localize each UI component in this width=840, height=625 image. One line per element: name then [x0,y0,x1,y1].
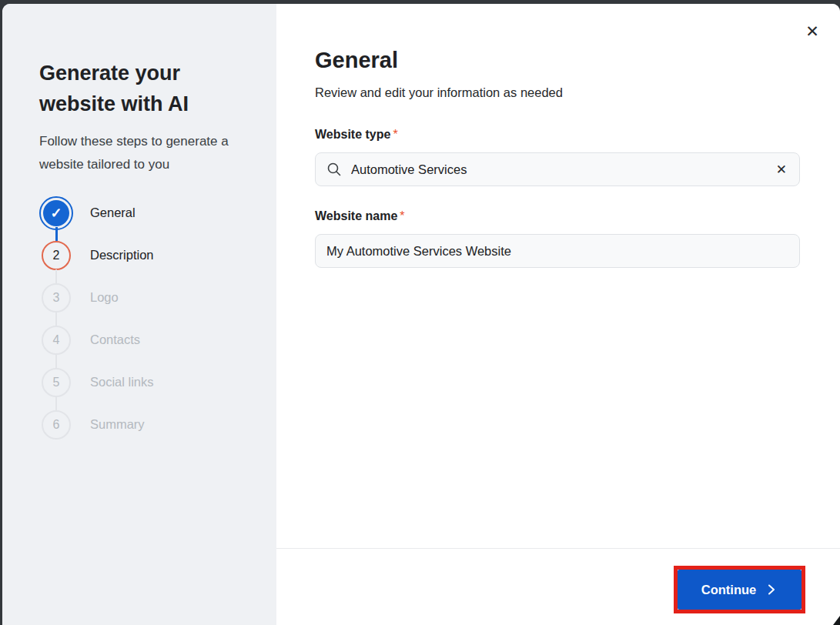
generate-website-modal: Generate your website with AI Follow the… [2,4,840,625]
step-content-panel: ✕ General Review and edit your informati… [276,4,840,625]
clear-icon[interactable]: ✕ [775,163,788,176]
website-name-input-box [315,234,800,268]
step-general[interactable]: ✓ General [39,192,243,234]
general-step-content: General Review and edit your information… [276,4,840,268]
step-contacts-label: Contacts [90,333,140,347]
step-description[interactable]: 2 Description [39,234,243,276]
website-name-input[interactable] [326,244,788,259]
step-description-label: Description [90,248,154,262]
step-social-links-circle: 5 [39,368,73,397]
annotation-highlight-box: Continue [674,566,805,613]
step-general-circle: ✓ [39,196,73,230]
step-logo-label: Logo [90,290,119,305]
website-type-input[interactable] [351,162,765,177]
step-contacts-circle: 4 [39,326,73,355]
step-contacts[interactable]: 4 Contacts [39,319,243,361]
required-asterisk: * [400,209,404,222]
step-social-links[interactable]: 5 Social links [39,361,243,403]
chevron-right-icon [765,583,778,596]
continue-button-label: Continue [701,583,757,597]
wizard-sidebar: Generate your website with AI Follow the… [2,4,276,625]
step-logo[interactable]: 3 Logo [39,276,243,319]
website-type-input-box: ✕ [315,152,800,186]
required-asterisk: * [393,128,397,141]
step-summary[interactable]: 6 Summary [39,403,243,446]
step-number: 4 [53,333,60,347]
step-number: 6 [53,418,60,432]
website-type-field-group: Website type* ✕ [315,128,802,186]
step-general-label: General [90,206,136,220]
label-text: Website name [315,209,397,222]
step-social-links-label: Social links [90,375,154,389]
wizard-stepper: ✓ General 2 Description 3 Logo [39,192,243,446]
step-number: 5 [53,376,60,389]
wizard-title: Generate your website with AI [39,58,232,119]
step-number: 3 [53,291,60,305]
step-summary-circle: 6 [39,410,73,440]
label-text: Website type [315,128,390,141]
website-type-label: Website type* [315,128,802,142]
website-name-field-group: Website name* [315,209,802,268]
close-icon[interactable]: ✕ [802,21,823,42]
step-logo-circle: 3 [39,283,73,312]
step-description-circle: 2 [39,241,73,270]
continue-button[interactable]: Continue [678,570,802,610]
step-summary-label: Summary [90,417,145,432]
website-name-label: Website name* [315,209,802,223]
step-number: 2 [53,249,60,262]
wizard-subtitle: Follow these steps to generate a website… [39,130,236,176]
page-title: General [315,48,802,73]
search-icon [326,162,342,177]
page-subtitle: Review and edit your information as need… [315,85,802,100]
footer-divider [276,548,840,549]
check-icon: ✓ [50,205,62,222]
